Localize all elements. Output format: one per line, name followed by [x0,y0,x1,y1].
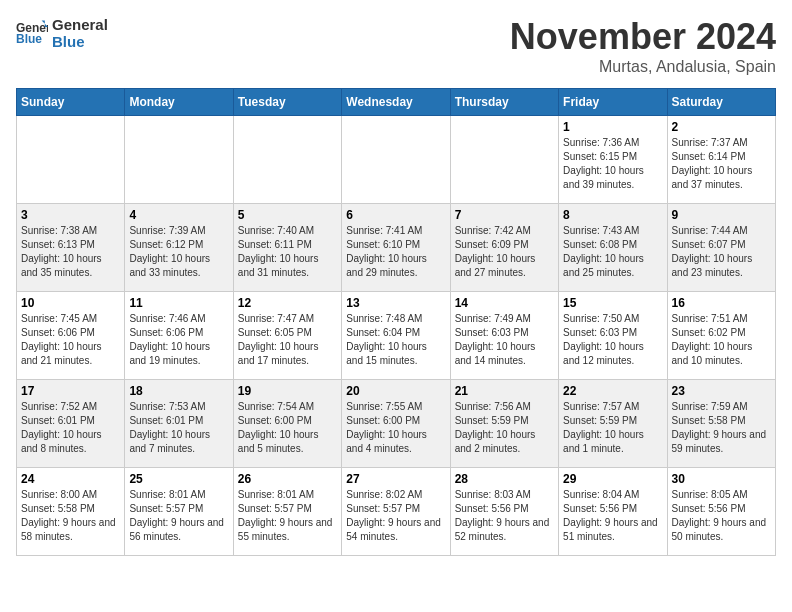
calendar-cell: 12 Sunrise: 7:47 AMSunset: 6:05 PMDaylig… [233,292,341,380]
calendar-cell: 14 Sunrise: 7:49 AMSunset: 6:03 PMDaylig… [450,292,558,380]
day-info: Sunrise: 7:37 AMSunset: 6:14 PMDaylight:… [672,136,771,192]
day-number: 26 [238,472,337,486]
day-info: Sunrise: 8:04 AMSunset: 5:56 PMDaylight:… [563,488,662,544]
calendar-cell: 19 Sunrise: 7:54 AMSunset: 6:00 PMDaylig… [233,380,341,468]
day-info: Sunrise: 7:41 AMSunset: 6:10 PMDaylight:… [346,224,445,280]
calendar-cell [17,116,125,204]
day-info: Sunrise: 7:38 AMSunset: 6:13 PMDaylight:… [21,224,120,280]
day-number: 3 [21,208,120,222]
weekday-header: Saturday [667,89,775,116]
day-number: 7 [455,208,554,222]
day-info: Sunrise: 7:46 AMSunset: 6:06 PMDaylight:… [129,312,228,368]
day-number: 2 [672,120,771,134]
day-info: Sunrise: 7:53 AMSunset: 6:01 PMDaylight:… [129,400,228,456]
day-number: 29 [563,472,662,486]
day-info: Sunrise: 7:40 AMSunset: 6:11 PMDaylight:… [238,224,337,280]
weekday-header: Sunday [17,89,125,116]
calendar-cell: 23 Sunrise: 7:59 AMSunset: 5:58 PMDaylig… [667,380,775,468]
day-number: 23 [672,384,771,398]
day-number: 27 [346,472,445,486]
day-info: Sunrise: 7:56 AMSunset: 5:59 PMDaylight:… [455,400,554,456]
weekday-header: Monday [125,89,233,116]
day-number: 18 [129,384,228,398]
day-number: 21 [455,384,554,398]
day-number: 20 [346,384,445,398]
calendar-table: SundayMondayTuesdayWednesdayThursdayFrid… [16,88,776,556]
day-info: Sunrise: 7:52 AMSunset: 6:01 PMDaylight:… [21,400,120,456]
month-title: November 2024 [510,16,776,58]
day-number: 9 [672,208,771,222]
calendar-cell: 25 Sunrise: 8:01 AMSunset: 5:57 PMDaylig… [125,468,233,556]
calendar-cell [342,116,450,204]
day-info: Sunrise: 7:57 AMSunset: 5:59 PMDaylight:… [563,400,662,456]
day-number: 30 [672,472,771,486]
calendar-cell: 13 Sunrise: 7:48 AMSunset: 6:04 PMDaylig… [342,292,450,380]
day-info: Sunrise: 7:44 AMSunset: 6:07 PMDaylight:… [672,224,771,280]
day-info: Sunrise: 7:54 AMSunset: 6:00 PMDaylight:… [238,400,337,456]
calendar-cell: 7 Sunrise: 7:42 AMSunset: 6:09 PMDayligh… [450,204,558,292]
day-info: Sunrise: 7:50 AMSunset: 6:03 PMDaylight:… [563,312,662,368]
calendar-cell: 1 Sunrise: 7:36 AMSunset: 6:15 PMDayligh… [559,116,667,204]
calendar-cell: 11 Sunrise: 7:46 AMSunset: 6:06 PMDaylig… [125,292,233,380]
day-info: Sunrise: 8:05 AMSunset: 5:56 PMDaylight:… [672,488,771,544]
day-number: 25 [129,472,228,486]
calendar-cell [233,116,341,204]
calendar-cell: 3 Sunrise: 7:38 AMSunset: 6:13 PMDayligh… [17,204,125,292]
location: Murtas, Andalusia, Spain [510,58,776,76]
day-number: 11 [129,296,228,310]
day-info: Sunrise: 7:42 AMSunset: 6:09 PMDaylight:… [455,224,554,280]
day-number: 6 [346,208,445,222]
day-number: 19 [238,384,337,398]
calendar-cell: 27 Sunrise: 8:02 AMSunset: 5:57 PMDaylig… [342,468,450,556]
day-info: Sunrise: 8:01 AMSunset: 5:57 PMDaylight:… [238,488,337,544]
day-number: 8 [563,208,662,222]
day-number: 5 [238,208,337,222]
calendar-cell: 24 Sunrise: 8:00 AMSunset: 5:58 PMDaylig… [17,468,125,556]
calendar-cell: 6 Sunrise: 7:41 AMSunset: 6:10 PMDayligh… [342,204,450,292]
day-number: 17 [21,384,120,398]
calendar-cell: 22 Sunrise: 7:57 AMSunset: 5:59 PMDaylig… [559,380,667,468]
calendar-cell: 20 Sunrise: 7:55 AMSunset: 6:00 PMDaylig… [342,380,450,468]
day-info: Sunrise: 8:01 AMSunset: 5:57 PMDaylight:… [129,488,228,544]
calendar-cell: 18 Sunrise: 7:53 AMSunset: 6:01 PMDaylig… [125,380,233,468]
day-info: Sunrise: 8:00 AMSunset: 5:58 PMDaylight:… [21,488,120,544]
day-number: 24 [21,472,120,486]
calendar-cell: 9 Sunrise: 7:44 AMSunset: 6:07 PMDayligh… [667,204,775,292]
title-block: November 2024 Murtas, Andalusia, Spain [510,16,776,76]
calendar-cell [125,116,233,204]
calendar-cell: 30 Sunrise: 8:05 AMSunset: 5:56 PMDaylig… [667,468,775,556]
day-info: Sunrise: 7:36 AMSunset: 6:15 PMDaylight:… [563,136,662,192]
calendar-cell: 21 Sunrise: 7:56 AMSunset: 5:59 PMDaylig… [450,380,558,468]
day-number: 14 [455,296,554,310]
day-info: Sunrise: 8:03 AMSunset: 5:56 PMDaylight:… [455,488,554,544]
day-info: Sunrise: 7:59 AMSunset: 5:58 PMDaylight:… [672,400,771,456]
weekday-header: Tuesday [233,89,341,116]
calendar-cell: 10 Sunrise: 7:45 AMSunset: 6:06 PMDaylig… [17,292,125,380]
calendar-cell [450,116,558,204]
day-number: 15 [563,296,662,310]
day-info: Sunrise: 7:39 AMSunset: 6:12 PMDaylight:… [129,224,228,280]
calendar-cell: 4 Sunrise: 7:39 AMSunset: 6:12 PMDayligh… [125,204,233,292]
day-info: Sunrise: 7:51 AMSunset: 6:02 PMDaylight:… [672,312,771,368]
day-number: 1 [563,120,662,134]
calendar-cell: 2 Sunrise: 7:37 AMSunset: 6:14 PMDayligh… [667,116,775,204]
calendar-cell: 17 Sunrise: 7:52 AMSunset: 6:01 PMDaylig… [17,380,125,468]
calendar-cell: 26 Sunrise: 8:01 AMSunset: 5:57 PMDaylig… [233,468,341,556]
page-header: General Blue General Blue November 2024 … [16,16,776,76]
day-number: 10 [21,296,120,310]
calendar-cell: 5 Sunrise: 7:40 AMSunset: 6:11 PMDayligh… [233,204,341,292]
weekday-header: Friday [559,89,667,116]
calendar-cell: 28 Sunrise: 8:03 AMSunset: 5:56 PMDaylig… [450,468,558,556]
svg-text:Blue: Blue [16,32,42,46]
day-number: 28 [455,472,554,486]
weekday-header: Thursday [450,89,558,116]
day-info: Sunrise: 7:49 AMSunset: 6:03 PMDaylight:… [455,312,554,368]
day-number: 22 [563,384,662,398]
day-number: 13 [346,296,445,310]
day-info: Sunrise: 7:43 AMSunset: 6:08 PMDaylight:… [563,224,662,280]
day-number: 16 [672,296,771,310]
day-number: 4 [129,208,228,222]
day-info: Sunrise: 7:45 AMSunset: 6:06 PMDaylight:… [21,312,120,368]
calendar-cell: 29 Sunrise: 8:04 AMSunset: 5:56 PMDaylig… [559,468,667,556]
weekday-header: Wednesday [342,89,450,116]
